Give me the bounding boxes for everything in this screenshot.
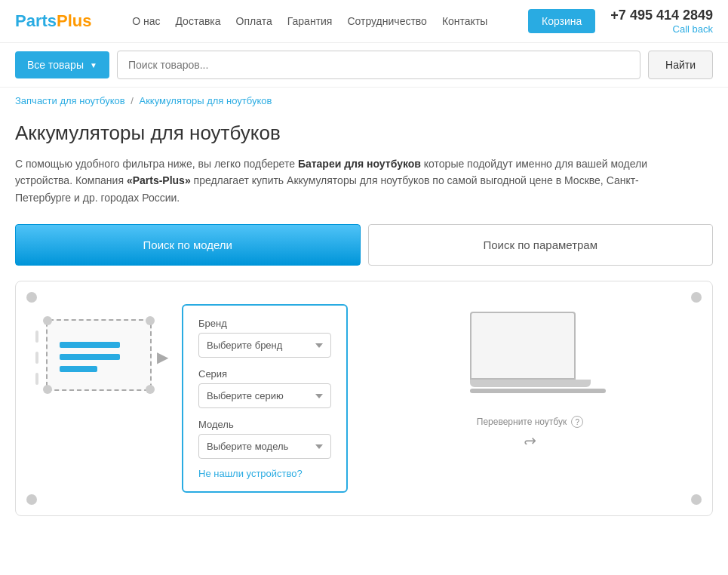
flip-label: Переверните ноутбук ? [477,416,583,428]
all-goods-label: Все товары [27,59,84,71]
flip-arrow-icon: ↩ [524,432,536,450]
breadcrumb-separator: / [131,95,134,106]
search-bar: Все товары ▼ Найти [0,43,728,88]
tab-params[interactable]: Поиск по параметрам [368,224,714,266]
side-bar-2 [35,352,38,364]
page-description: С помощью удобного фильтра ниже, вы легк… [15,155,694,206]
nav-warranty[interactable]: Гарантия [287,15,333,27]
laptop-base [470,380,591,387]
laptop-right-wrapper [470,312,591,393]
desc-bold-2: «Parts-Plus» [127,174,191,186]
breadcrumb-root[interactable]: Запчасти для ноутбуков [15,95,125,106]
nav-contacts[interactable]: Контакты [442,15,487,27]
laptop-illustration-right: Переверните ноутбук ? ↩ [363,304,697,450]
find-button[interactable]: Найти [648,51,713,79]
series-group: Серия Выберите серию [198,368,331,408]
laptop-sketch-wrapper: ▶ [46,319,152,391]
right-arrow-icon: ▶ [157,348,168,366]
laptop-lines [60,342,120,372]
selects-panel: Бренд Выберите бренд Серия Выберите сери… [182,304,348,493]
dot-br [146,385,155,394]
model-select[interactable]: Выберите модель [198,434,331,459]
nav-about[interactable]: О нас [132,15,160,27]
corner-dot-br [691,494,702,505]
model-group: Модель Выберите модель [198,419,331,459]
question-icon[interactable]: ? [571,416,583,428]
page-title: Аккумуляторы для ноутбуков [15,121,713,145]
model-label: Модель [198,419,331,430]
laptop-line-2 [60,354,120,360]
flip-text: Переверните ноутбук [477,417,567,427]
logo-plus: Plus [57,11,91,30]
series-label: Серия [198,368,331,380]
laptop-line-1 [60,342,120,348]
main-content: Аккумуляторы для ноутбуков С помощью удо… [0,114,728,539]
model-search-box: ▶ Бренд Выберите бренд Серия Выберите се… [15,281,713,516]
laptop-base-bottom [470,389,606,393]
laptop-line-3 [60,366,97,372]
dot-tr [146,316,155,325]
dot-bl [43,385,52,394]
laptop-sketch-left: ▶ [31,304,167,391]
cart-button[interactable]: Корзина [528,9,595,33]
brand-label: Бренд [198,318,331,329]
header-right: Корзина +7 495 414 2849 Call back [528,8,713,35]
callback-link[interactable]: Call back [610,23,713,35]
desc-text-1: С помощью удобного фильтра ниже, вы легк… [15,158,298,170]
search-input[interactable] [117,51,640,79]
corner-dot-tl [26,292,37,303]
main-nav: О нас Доставка Оплата Гарантия Сотруднич… [132,15,487,27]
phone-number: +7 495 414 2849 [610,8,713,23]
side-bar-1 [35,331,38,343]
corner-dot-tr [691,292,702,303]
breadcrumb: Запчасти для ноутбуков / Аккумуляторы дл… [0,88,728,114]
logo[interactable]: PartsPlus [15,11,92,31]
logo-parts: Parts [15,11,57,30]
phone-block: +7 495 414 2849 Call back [610,8,713,35]
laptop-body [470,312,576,380]
all-goods-button[interactable]: Все товары ▼ [15,51,109,78]
breadcrumb-current[interactable]: Аккумуляторы для ноутбуков [140,95,272,106]
tab-row: Поиск по модели Поиск по параметрам [15,224,713,266]
nav-cooperation[interactable]: Сотрудничество [347,15,426,27]
nav-delivery[interactable]: Доставка [175,15,220,27]
header: PartsPlus О нас Доставка Оплата Гарантия… [0,0,728,43]
side-bar-3 [35,373,38,385]
dot-tl [43,316,52,325]
brand-select[interactable]: Выберите бренд [198,333,331,358]
side-bars-left [35,331,38,385]
laptop-screen [46,319,152,391]
tab-model[interactable]: Поиск по модели [15,224,361,266]
series-select[interactable]: Выберите серию [198,383,331,408]
not-found-link[interactable]: Не нашли устройство? [198,468,331,479]
brand-group: Бренд Выберите бренд [198,318,331,358]
model-search-inner: ▶ Бренд Выберите бренд Серия Выберите се… [31,304,697,493]
desc-bold-1: Батареи для ноутбуков [298,158,421,170]
chevron-down-icon: ▼ [90,61,97,69]
corner-dot-bl [26,494,37,505]
nav-payment[interactable]: Оплата [236,15,272,27]
